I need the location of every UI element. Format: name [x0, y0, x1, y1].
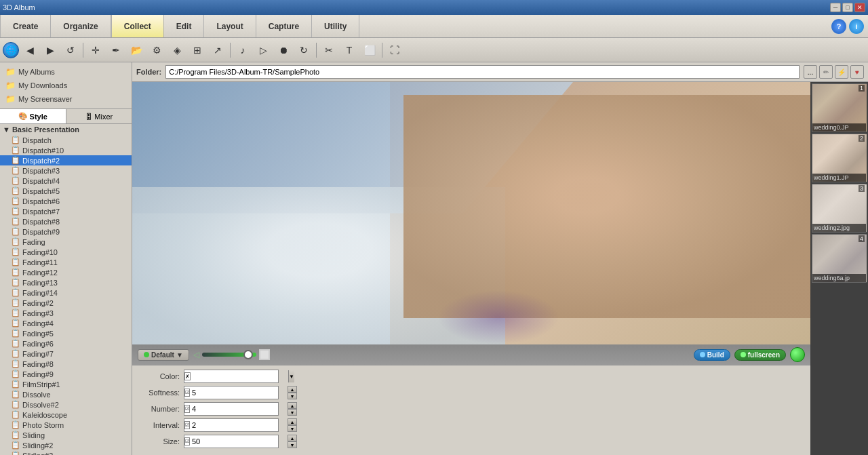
back-button[interactable]: ◀	[20, 41, 39, 60]
tree-item-fading12[interactable]: 📋Fading#12	[0, 267, 132, 277]
effects-button[interactable]: ⚡	[835, 65, 848, 79]
thumbnail-4[interactable]: 4 wedding6a.jp	[812, 234, 867, 283]
tool-button-8[interactable]: ⛶	[385, 41, 404, 60]
number-check[interactable]: ☑	[184, 405, 190, 413]
tab-utility[interactable]: Utility	[312, 15, 359, 37]
tree-item-dispatch10[interactable]: 📋Dispatch#10	[0, 145, 132, 155]
softness-up[interactable]: ▲	[288, 386, 297, 393]
maximize-button[interactable]: □	[842, 3, 853, 12]
tree-item-dispatch9[interactable]: 📋Dispatch#9	[0, 226, 132, 237]
folder-button[interactable]: 📂	[127, 41, 146, 60]
tree-item-fading7[interactable]: 📋Fading#7	[0, 349, 132, 359]
tree-item-sliding2[interactable]: 📋Sliding#2	[0, 440, 132, 450]
tool-button-6[interactable]: ⏺	[274, 41, 293, 60]
tree-item-kaleidoscope[interactable]: 📋Kaleidoscope	[0, 410, 132, 420]
tool-button-7[interactable]: ↻	[294, 41, 313, 60]
forward-button[interactable]: ▶	[41, 41, 60, 60]
softness-down[interactable]: ▼	[288, 393, 297, 399]
tree-item-fading4[interactable]: 📋Fading#4	[0, 318, 132, 328]
tree-item-fading11[interactable]: 📋Fading#11	[0, 257, 132, 267]
tree-item-dispatch7[interactable]: 📋Dispatch#7	[0, 206, 132, 216]
tool-button-5[interactable]: ▷	[254, 41, 273, 60]
refresh-button[interactable]: ↺	[61, 41, 80, 60]
tab-create[interactable]: Create	[0, 15, 51, 37]
tree-item-sliding[interactable]: 📋Sliding	[0, 430, 132, 440]
square-button[interactable]	[259, 349, 270, 360]
thumbnail-1[interactable]: 1 wedding0.JP	[812, 83, 867, 132]
number-down[interactable]: ▼	[288, 409, 297, 416]
tab-collect[interactable]: Collect	[111, 15, 164, 37]
tree-item-fading13[interactable]: 📋Fading#13	[0, 277, 132, 288]
tool-button-2[interactable]: ◈	[167, 41, 186, 60]
tree-item-fading[interactable]: 📋Fading	[0, 237, 132, 247]
fullscreen-button[interactable]: fullscreen	[734, 349, 786, 361]
color-input[interactable]	[191, 370, 288, 382]
tab-edit[interactable]: Edit	[164, 15, 205, 37]
tab-mixer[interactable]: 🎛 Mixer	[66, 109, 132, 123]
tree-item-fading14[interactable]: 📋Fading#14	[0, 288, 132, 298]
browse-button[interactable]: ...	[804, 65, 817, 79]
minimize-button[interactable]: ─	[830, 3, 841, 12]
tree-item-fading10[interactable]: 📋Fading#10	[0, 247, 132, 257]
tree-item-filmstrip1[interactable]: 📋FilmStrip#1	[0, 379, 132, 389]
tree-item-dispatch4[interactable]: 📋Dispatch#4	[0, 176, 132, 186]
slider-track[interactable]	[202, 353, 256, 357]
thumbnail-3[interactable]: 3 wedding2.jpg	[812, 184, 867, 233]
pen-button[interactable]: ✒	[106, 41, 125, 60]
tree-item-dispatch6[interactable]: 📋Dispatch#6	[0, 196, 132, 206]
size-up[interactable]: ▲	[288, 435, 297, 441]
thumbnail-2[interactable]: 2 wedding1.JP	[812, 134, 867, 182]
tool-button-4[interactable]: ↗	[208, 41, 227, 60]
softness-input[interactable]	[190, 387, 288, 399]
build-button[interactable]: Build	[694, 349, 730, 361]
tree-item-dispatch5[interactable]: 📋Dispatch#5	[0, 186, 132, 196]
tab-capture[interactable]: Capture	[256, 15, 312, 37]
tab-style[interactable]: 🎨 Style	[0, 109, 66, 123]
help-button[interactable]: ?	[831, 19, 846, 34]
tree-item-sliding3[interactable]: 📋Sliding#3	[0, 450, 132, 455]
tree-item-dissolve[interactable]: 📋Dissolve	[0, 389, 132, 399]
tool-button-1[interactable]: ⚙	[147, 41, 166, 60]
tree-item-dissolve2[interactable]: 📋Dissolve#2	[0, 399, 132, 410]
color-check[interactable]: ✗	[184, 372, 191, 380]
crop-button[interactable]: ✂	[319, 41, 338, 60]
close-button[interactable]: ✕	[854, 3, 865, 12]
text-button-1[interactable]: T	[340, 41, 359, 60]
size-input[interactable]	[190, 435, 288, 448]
music-button[interactable]: ♪	[233, 41, 252, 60]
tool-button-3[interactable]: ⊞	[188, 41, 207, 60]
default-button[interactable]: Default ▼	[138, 349, 189, 361]
tree-item-fading5[interactable]: 📋Fading#5	[0, 328, 132, 338]
tree-root[interactable]: ▼ Basic Presentation	[0, 124, 132, 135]
tree-item-dispatch3[interactable]: 📋Dispatch#3	[0, 165, 132, 176]
info-button[interactable]: i	[849, 19, 864, 34]
softness-check[interactable]: ☑	[184, 389, 190, 397]
nav-item-my-albums[interactable]: 📁 My Albums	[0, 65, 132, 79]
tree-item-dispatch2[interactable]: 📋Dispatch#2	[0, 155, 132, 165]
tab-organize[interactable]: Organize	[51, 15, 111, 37]
folder-path-input[interactable]	[165, 65, 800, 79]
size-check[interactable]: ☑	[184, 437, 190, 446]
interval-up[interactable]: ▲	[288, 418, 297, 425]
green-circle-button[interactable]	[790, 347, 805, 362]
edit-button[interactable]: ✏	[819, 65, 833, 79]
tab-layout[interactable]: Layout	[204, 15, 256, 37]
nav-item-my-downloads[interactable]: 📁 My Downloads	[0, 79, 132, 92]
crosshair-button[interactable]: ✛	[86, 41, 105, 60]
tree-item-photostorm[interactable]: 📋Photo Storm	[0, 420, 132, 430]
number-input[interactable]	[190, 403, 288, 415]
tree-item-fading9[interactable]: 📋Fading#9	[0, 369, 132, 379]
interval-check[interactable]: ☑	[184, 421, 190, 429]
globe-icon[interactable]: 🌐	[3, 42, 19, 58]
tree-item-fading6[interactable]: 📋Fading#6	[0, 338, 132, 349]
tree-item-fading8[interactable]: 📋Fading#8	[0, 359, 132, 369]
interval-input[interactable]	[190, 419, 288, 431]
tree-item-fading2[interactable]: 📋Fading#2	[0, 298, 132, 308]
tree-item-dispatch[interactable]: 📋Dispatch	[0, 135, 132, 145]
text-button-2[interactable]: ⬜	[360, 41, 379, 60]
color-dropdown[interactable]: ▼	[288, 370, 294, 382]
number-up[interactable]: ▲	[288, 402, 297, 409]
tree-item-dispatch8[interactable]: 📋Dispatch#8	[0, 216, 132, 226]
tree-container[interactable]: ▼ Basic Presentation 📋Dispatch📋Dispatch#…	[0, 124, 132, 455]
heart-button[interactable]: ♥	[850, 65, 864, 79]
